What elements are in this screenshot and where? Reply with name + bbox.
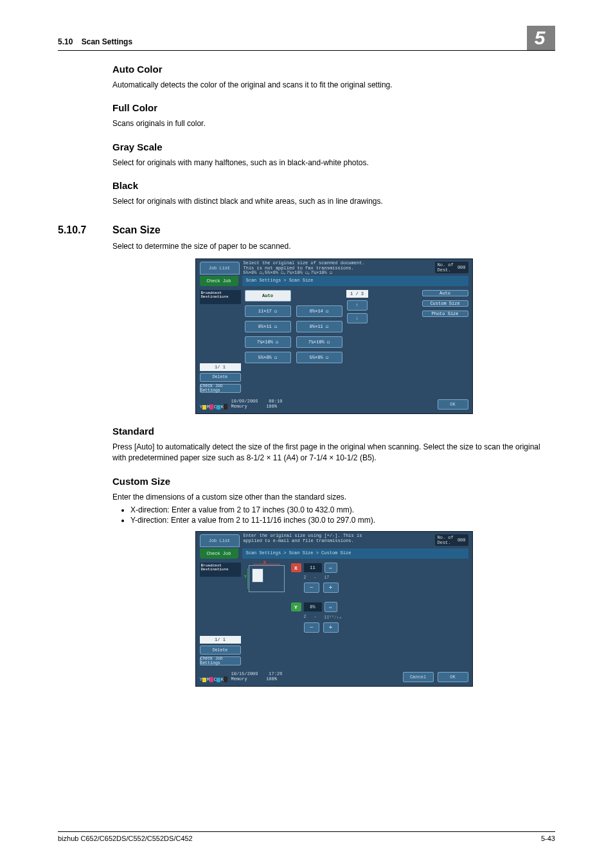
- heading-custom-size: Custom Size: [112, 476, 555, 487]
- toner-k-icon: K: [221, 403, 227, 410]
- pager-up-button[interactable]: ↑: [347, 300, 368, 311]
- status-memory-pct: 100%: [266, 404, 277, 409]
- text-custom-size: Enter the dimensions of a custom size ot…: [112, 492, 555, 503]
- breadcrumb: Scan Settings > Scan Size: [242, 276, 468, 286]
- dest-page-indicator: 1/ 1: [200, 363, 241, 371]
- tab-photo-size[interactable]: Photo Size: [422, 311, 468, 317]
- cancel-button[interactable]: Cancel: [403, 672, 434, 682]
- swap-button[interactable]: ⇔: [324, 602, 337, 612]
- size-button[interactable]: 5½×8½ ◻: [296, 352, 342, 363]
- check-job-button[interactable]: Check Job: [200, 548, 238, 559]
- dest-count: 000: [458, 265, 466, 270]
- text-auto-color: Automatically detects the color of the o…: [112, 80, 555, 91]
- broadcast-destinations[interactable]: Broadcast Destinations: [200, 290, 241, 304]
- subsection-title-scan-size: Scan Size: [112, 224, 161, 236]
- footer-model: bizhub C652/C652DS/C552/C552DS/C452: [58, 835, 193, 842]
- toner-c-icon: C: [214, 676, 220, 682]
- tab-auto[interactable]: Auto: [422, 290, 468, 296]
- size-auto-button[interactable]: Auto: [245, 290, 291, 302]
- delete-button[interactable]: Delete: [200, 373, 241, 382]
- dest-label: No. of Dest.: [438, 262, 455, 273]
- broadcast-destinations[interactable]: Broadcast Destinations: [200, 563, 241, 577]
- job-list-tab[interactable]: Job List: [200, 262, 240, 275]
- size-button[interactable]: 8½×11 ◻: [296, 321, 342, 332]
- heading-full-color: Full Color: [112, 102, 555, 113]
- heading-gray-scale: Gray Scale: [112, 141, 555, 152]
- custom-size-bullets: X-direction: Enter a value from 2 to 17 …: [112, 505, 555, 525]
- status-memory-pct: 100%: [266, 676, 277, 682]
- size-button[interactable]: 7¼×10½ ◻: [245, 336, 291, 348]
- y-minus-button[interactable]: −: [304, 622, 319, 633]
- heading-standard: Standard: [112, 426, 555, 437]
- chapter-badge: 5: [527, 26, 555, 50]
- subsection-number: 5.10.7: [58, 224, 112, 236]
- bullet-y-direction: Y-direction: Enter a value from 2 to 11-…: [130, 516, 555, 525]
- status-memory-label: Memory: [231, 676, 247, 682]
- y-plus-button[interactable]: +: [323, 622, 339, 633]
- x-minus-button[interactable]: −: [304, 583, 319, 593]
- size-button[interactable]: 8½×14 ◻: [296, 305, 342, 317]
- page-footer: bizhub C652/C652DS/C552/C552DS/C452 5-43: [58, 831, 555, 842]
- heading-black: Black: [112, 180, 555, 191]
- toner-y-icon: Y: [200, 403, 206, 410]
- instruction-line2: applied to e-mail and file transmissions…: [244, 539, 431, 544]
- text-gray-scale: Select for originals with many halftones…: [112, 158, 555, 168]
- size-button[interactable]: 7¼×10½ ◻: [296, 336, 342, 348]
- ok-button[interactable]: OK: [438, 399, 468, 410]
- y-min: 2: [304, 615, 306, 620]
- dest-page-indicator: 1/ 1: [200, 636, 241, 644]
- bullet-x-direction: X-direction: Enter a value from 2 to 17 …: [130, 505, 555, 514]
- pager-display: 1 / 3: [346, 290, 368, 298]
- ok-button[interactable]: OK: [438, 672, 468, 682]
- dest-count: 000: [458, 538, 466, 543]
- footer-page-number: 5-43: [541, 835, 555, 842]
- size-button[interactable]: 8½×11 ◻: [245, 321, 291, 332]
- job-list-tab[interactable]: Job List: [200, 534, 240, 547]
- x-chip: X: [291, 563, 301, 572]
- pager-down-button[interactable]: ↓: [347, 313, 368, 323]
- status-datetime: 10/09/2008 00:10 Memory 100%: [231, 399, 283, 409]
- y-value-display: 8½: [304, 602, 322, 611]
- check-job-settings-button[interactable]: Check Job Settings: [200, 384, 241, 393]
- status-memory-label: Memory: [231, 404, 247, 409]
- instruction-text: Enter the original size using [+/-]. Thi…: [241, 532, 434, 548]
- tab-custom-size[interactable]: Custom Size: [422, 300, 468, 307]
- status-datetime: 10/15/2009 17:26 Memory 100%: [231, 672, 283, 682]
- dest-counter: No. of Dest. 000: [435, 262, 468, 273]
- text-standard: Press [Auto] to automatically detect the…: [112, 442, 555, 464]
- check-job-settings-button[interactable]: Check Job Settings: [200, 656, 241, 665]
- toner-y-icon: Y: [200, 676, 206, 682]
- header-section-number: 5.10: [58, 37, 73, 46]
- check-job-button[interactable]: Check Job: [200, 276, 238, 286]
- toner-levels: Y M C K: [200, 403, 227, 410]
- dest-label: No. of Dest.: [438, 535, 455, 545]
- size-button[interactable]: 11×17 ◻: [245, 305, 291, 317]
- toner-c-icon: C: [214, 403, 220, 410]
- toner-m-icon: M: [207, 403, 213, 410]
- swap-button[interactable]: ⇔: [324, 563, 337, 573]
- x-min: 2: [304, 575, 306, 580]
- screenshot-custom-size: Job List Enter the original size using […: [195, 531, 473, 687]
- instruction-text: Select the original size of scanned docu…: [241, 259, 434, 276]
- instruction-line3: 5½×8½ ◻,5½×8½ ◻,7¼×10½ ◻,7¼×10½ ◻: [244, 271, 431, 276]
- dimension-diagram: X Y: [249, 565, 285, 592]
- breadcrumb: Scan Settings > Scan Size > Custom Size: [242, 548, 468, 559]
- y-chip: Y: [291, 602, 301, 611]
- heading-auto-color: Auto Color: [112, 64, 555, 75]
- screenshot-scan-size: Job List Select the original size of sca…: [195, 258, 473, 414]
- size-button[interactable]: 5½×8½ ◻: [245, 352, 291, 363]
- header-section-title: Scan Settings: [82, 37, 132, 46]
- x-max: 17: [324, 575, 329, 580]
- toner-k-icon: K: [221, 676, 227, 682]
- text-full-color: Scans originals in full color.: [112, 118, 555, 129]
- size-grid: Auto 11×17 ◻ 8½×14 ◻ 8½×11 ◻ 8½×11 ◻ 7¼×…: [245, 290, 342, 393]
- x-value-display: 11: [304, 563, 322, 572]
- x-plus-button[interactable]: +: [323, 583, 339, 593]
- delete-button[interactable]: Delete: [200, 646, 241, 655]
- page-header: 5.10 Scan Settings 5: [58, 26, 555, 51]
- text-scan-size: Select to determine the size of paper to…: [112, 241, 555, 252]
- text-black: Select for originals with distinct black…: [112, 196, 555, 207]
- header-section: 5.10 Scan Settings: [58, 26, 132, 46]
- toner-m-icon: M: [207, 676, 213, 682]
- y-max: 11¹¹⁄₁₆: [324, 615, 341, 620]
